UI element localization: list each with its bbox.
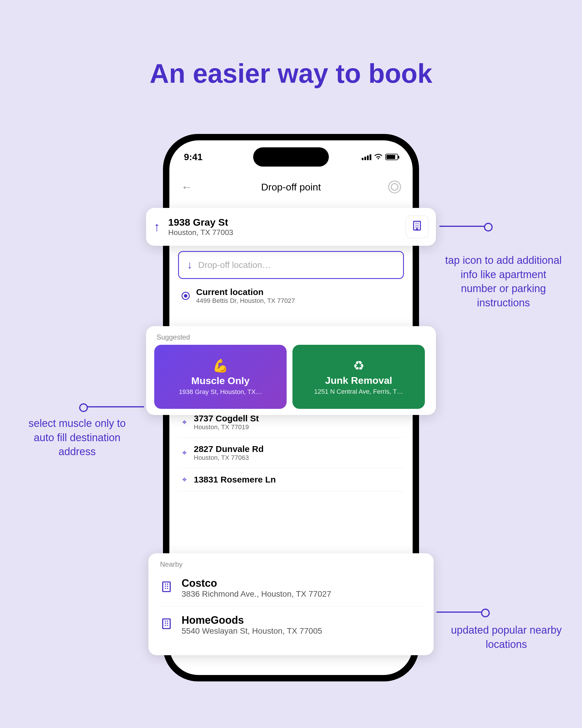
- pickup-line1: 1938 Gray St: [168, 217, 233, 228]
- status-indicators: [362, 154, 398, 160]
- wifi-icon: [374, 154, 382, 160]
- recent-sub: Houston, TX 77063: [194, 454, 264, 462]
- connector-line: [437, 612, 488, 613]
- pickup-line2: Houston, TX 77003: [168, 228, 233, 237]
- radio-selected-icon[interactable]: [182, 292, 190, 300]
- recent-title: 13831 Rosemere Ln: [194, 475, 276, 485]
- building-icon: [160, 580, 173, 596]
- recent-item[interactable]: ⌖ 2827 Dunvale Rd Houston, TX 77063: [178, 438, 404, 468]
- building-icon: [411, 220, 423, 234]
- pickup-card[interactable]: ↑ 1938 Gray St Houston, TX 77003: [146, 208, 436, 246]
- battery-icon: [385, 154, 398, 160]
- recent-title: 2827 Dunvale Rd: [194, 444, 264, 454]
- suggested-label: Suggested: [157, 333, 425, 341]
- nearby-sub: 5540 Weslayan St, Houston, TX 77005: [182, 626, 322, 636]
- current-location-sub: 4499 Bettis Dr, Houston, TX 77027: [196, 297, 295, 305]
- suggested-row: 💪 Muscle Only 1938 Gray St, Houston, TX……: [154, 345, 428, 409]
- nearby-title: HomeGoods: [182, 614, 322, 626]
- recent-item[interactable]: ⌖ 13831 Rosemere Ln: [178, 468, 404, 491]
- current-location-row[interactable]: Current location 4499 Bettis Dr, Houston…: [178, 279, 404, 313]
- suggested-sub: 1251 N Central Ave, Ferris, T…: [300, 388, 417, 395]
- connector-line: [439, 226, 490, 227]
- nearby-title: Costco: [182, 577, 331, 589]
- recycle-icon: ♻: [353, 358, 364, 373]
- back-button[interactable]: ←: [181, 181, 193, 193]
- nearby-card: Nearby Costco 3836 Richmond Ave., Housto…: [148, 553, 434, 655]
- help-icon[interactable]: [388, 181, 401, 193]
- hero-title: An easier way to book: [0, 58, 582, 89]
- pin-icon: ⌖: [182, 448, 187, 458]
- connector-line: [82, 406, 144, 407]
- suggested-muscle-only[interactable]: 💪 Muscle Only 1938 Gray St, Houston, TX…: [154, 345, 287, 409]
- current-location-title: Current location: [196, 287, 295, 297]
- building-info-button[interactable]: [406, 215, 428, 238]
- suggested-junk-removal[interactable]: ♻ Junk Removal 1251 N Central Ave, Ferri…: [293, 345, 425, 409]
- callout-icon-info: tap icon to add additional info like apa…: [442, 253, 564, 310]
- nav-title: Drop-off point: [261, 181, 321, 193]
- pin-icon: ⌖: [182, 475, 187, 485]
- suggested-title: Muscle Only: [191, 375, 249, 386]
- status-time: 9:41: [184, 152, 202, 162]
- muscle-icon: 💪: [213, 358, 228, 373]
- suggested-title: Junk Removal: [325, 375, 392, 386]
- recent-sub: Houston, TX 77019: [194, 423, 259, 431]
- callout-muscle: select muscle only to auto fill destinat…: [18, 416, 137, 459]
- arrow-up-icon: ↑: [154, 219, 160, 234]
- recent-title: 3737 Cogdell St: [194, 414, 259, 423]
- nearby-item[interactable]: HomeGoods 5540 Weslayan St, Houston, TX …: [158, 606, 424, 643]
- nearby-item[interactable]: Costco 3836 Richmond Ave., Houston, TX 7…: [158, 570, 424, 606]
- nearby-sub: 3836 Richmond Ave., Houston, TX 77027: [182, 589, 331, 599]
- arrow-down-icon: ↓: [187, 259, 192, 271]
- dropoff-input[interactable]: ↓ Drop-off location…: [178, 251, 404, 279]
- callout-nearby: updated popular nearby locations: [448, 623, 564, 651]
- pin-icon: ⌖: [182, 418, 187, 427]
- svg-rect-2: [163, 619, 170, 628]
- suggested-card: Suggested 💪 Muscle Only 1938 Gray St, Ho…: [146, 326, 436, 415]
- nearby-label: Nearby: [160, 560, 422, 568]
- nav-bar: ← Drop-off point: [169, 175, 413, 199]
- dropoff-placeholder: Drop-off location…: [198, 260, 271, 270]
- suggested-sub: 1938 Gray St, Houston, TX…: [162, 388, 279, 396]
- svg-rect-1: [163, 582, 170, 592]
- cellular-icon: [362, 154, 371, 160]
- status-bar: 9:41: [169, 149, 413, 165]
- building-icon: [160, 617, 173, 633]
